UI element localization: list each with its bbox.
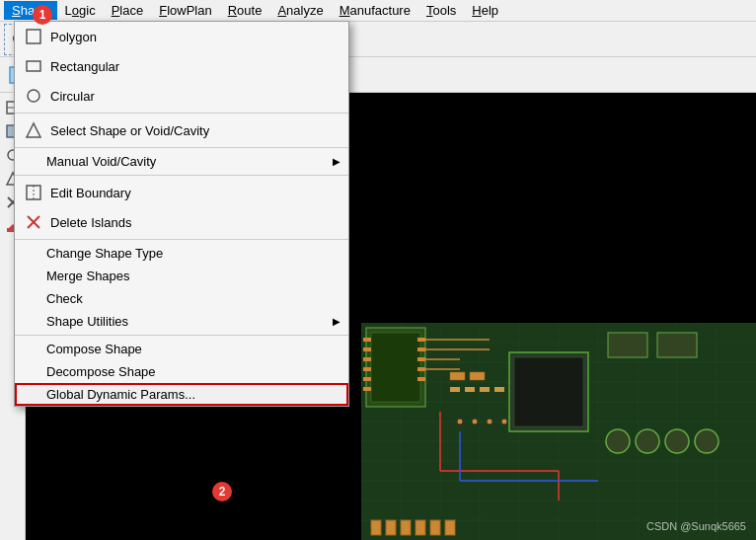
select-shape-icon: [23, 119, 44, 141]
menu-item-change-shape-type[interactable]: Change Shape Type: [15, 242, 348, 265]
check-label: Check: [46, 291, 83, 306]
submenu-arrow-void: ▶: [333, 156, 340, 167]
polygon-label: Polygon: [50, 30, 97, 44]
dropdown-overlay: Polygon Rectangular Circular: [0, 0, 756, 540]
svg-point-108: [28, 90, 39, 102]
menu-item-compose-shape[interactable]: Compose Shape: [15, 338, 348, 360]
edit-boundary-icon: [23, 182, 44, 203]
edit-boundary-label: Edit Boundary: [50, 186, 131, 200]
delete-islands-label: Delete Islands: [50, 215, 131, 230]
menu-item-shape-utilities[interactable]: Shape Utilities ▶: [15, 310, 348, 333]
decompose-shape-label: Decompose Shape: [46, 364, 156, 379]
circular-label: Circular: [50, 89, 95, 104]
sep-4: [15, 239, 348, 240]
menu-item-circular[interactable]: Circular: [15, 81, 348, 111]
change-shape-type-label: Change Shape Type: [46, 246, 163, 261]
sep-3: [15, 175, 348, 176]
sep-2: [15, 147, 348, 148]
badge-2-text: 2: [219, 485, 226, 499]
menu-item-rectangular[interactable]: Rectangular: [15, 51, 348, 81]
menu-item-check[interactable]: Check: [15, 287, 348, 310]
menu-item-manual-void[interactable]: Manual Void/Cavity ▶: [15, 150, 348, 173]
manual-void-label: Manual Void/Cavity: [46, 154, 156, 169]
circular-icon: [23, 85, 44, 107]
menu-item-select-shape[interactable]: Select Shape or Void/Cavity: [15, 116, 348, 145]
svg-marker-109: [27, 123, 40, 137]
shape-utilities-label: Shape Utilities: [46, 314, 128, 329]
menu-item-polygon[interactable]: Polygon: [15, 22, 348, 51]
svg-rect-107: [27, 61, 40, 71]
compose-shape-label: Compose Shape: [46, 342, 142, 356]
merge-shapes-label: Merge Shapes: [46, 269, 130, 283]
submenu-arrow-utilities: ▶: [333, 316, 340, 327]
sep-1: [15, 113, 348, 114]
global-dynamic-params-label: Global Dynamic Params...: [46, 387, 195, 402]
badge-2: 2: [212, 482, 232, 501]
menu-item-merge-shapes[interactable]: Merge Shapes: [15, 265, 348, 287]
svg-rect-106: [27, 30, 40, 43]
badge-1: 1: [33, 5, 52, 25]
svg-rect-110: [27, 186, 40, 199]
menu-item-edit-boundary[interactable]: Edit Boundary: [15, 178, 348, 207]
select-shape-label: Select Shape or Void/Cavity: [50, 123, 209, 138]
rectangular-label: Rectangular: [50, 59, 119, 74]
polygon-icon: [23, 26, 44, 47]
rectangular-icon: [23, 55, 44, 77]
menu-item-delete-islands[interactable]: Delete Islands: [15, 207, 348, 237]
menu-item-global-dynamic-params[interactable]: Global Dynamic Params...: [15, 383, 348, 406]
sep-5: [15, 335, 348, 336]
delete-islands-icon: [23, 211, 44, 233]
menu-item-decompose-shape[interactable]: Decompose Shape: [15, 360, 348, 383]
shape-dropdown-menu: Polygon Rectangular Circular: [14, 21, 349, 407]
badge-1-text: 1: [39, 8, 46, 22]
